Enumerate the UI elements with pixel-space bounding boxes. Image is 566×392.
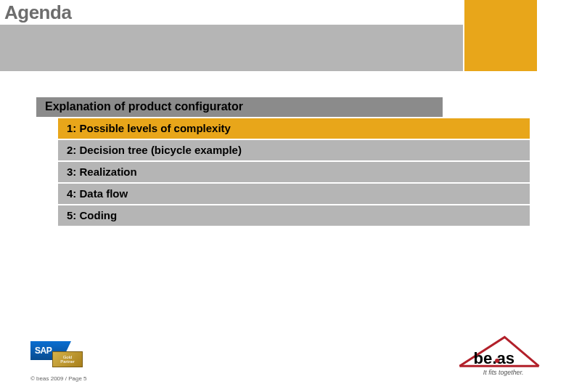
beas-logo: be.as It fits together. — [456, 334, 543, 379]
header-band — [0, 25, 463, 71]
section-heading: Explanation of product configurator — [36, 97, 443, 117]
agenda-item: 4: Data flow — [58, 184, 530, 204]
beas-dot-icon — [495, 359, 499, 363]
sap-logo-text: SAP — [35, 346, 52, 356]
agenda-list: 1: Possible levels of complexity 2: Deci… — [58, 118, 530, 226]
sap-partner-badge: SAP Gold Partner — [30, 341, 83, 369]
body-area: Explanation of product configurator 1: P… — [36, 97, 546, 226]
beas-tagline: It fits together. — [483, 369, 524, 376]
beas-name: be.as — [474, 349, 515, 367]
gold-partner-icon: Gold Partner — [52, 351, 83, 367]
agenda-item: 3: Realization — [58, 162, 530, 182]
agenda-item: 5: Coding — [58, 205, 530, 226]
partner-line: Partner — [60, 359, 75, 364]
slide-title: Agenda — [4, 1, 71, 24]
copyright-text: © beas 2009 / Page 5 — [30, 375, 87, 382]
slide: Agenda Explanation of product configurat… — [0, 0, 566, 392]
header-accent-block — [464, 0, 537, 71]
agenda-item: 2: Decision tree (bicycle example) — [58, 140, 530, 160]
agenda-item: 1: Possible levels of complexity — [58, 118, 530, 139]
